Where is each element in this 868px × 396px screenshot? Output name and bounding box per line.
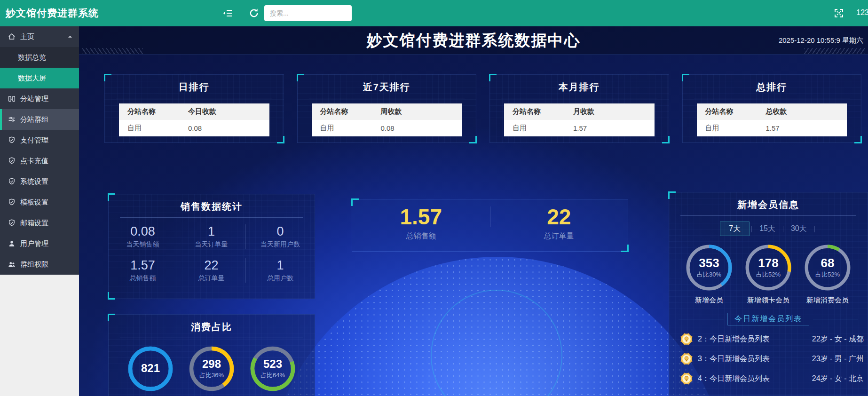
columns-icon	[8, 95, 16, 103]
home-icon	[8, 32, 16, 41]
donut-label: 新增领卡会员	[744, 296, 792, 305]
new-members-list: 2：今日新增会员列表 22岁 - 女 - 成都 3：今日新增会员列表 23岁 -…	[679, 329, 864, 388]
sidebar-item-home[interactable]: 主页	[0, 26, 79, 47]
sidebar-item-data-overview[interactable]: 数据总览	[0, 47, 79, 68]
sidebar: 主页 数据总览 数据大屏 分站管理 分站群组	[0, 26, 79, 396]
stat-cell: 1 当天订单量	[177, 224, 246, 249]
dashboard-header: 妙文馆付费进群系统数据中心 2025-12-20 10:55:9 星期六	[79, 26, 868, 55]
collapse-menu-icon[interactable]	[222, 8, 233, 19]
panel-title: 新增会员信息	[669, 198, 868, 211]
total-sales-label: 总销售额	[352, 231, 490, 241]
medal-icon	[679, 332, 694, 346]
card-title: 日排行	[105, 81, 284, 94]
table-row: 自用 0.08	[119, 120, 269, 136]
dashboard-title: 妙文馆付费进群系统数据中心	[79, 26, 868, 55]
shield-check-icon	[8, 157, 16, 165]
donut-label: 新增会员	[685, 296, 733, 305]
ranking-card-month: 本月排行 分站名称 月收款 自用 1.57	[489, 74, 669, 143]
ranking-cards-row: 日排行 分站名称 今日收款 自用 0.08 近7天排行 分站名称 周收款	[104, 74, 861, 143]
total-sales-value: 1.57	[352, 204, 490, 230]
sidebar-item-mail-settings[interactable]: 邮箱设置	[0, 213, 79, 233]
tab-15days[interactable]: 15天	[754, 222, 781, 236]
stat-cell: 0.08 当天销售额	[109, 224, 177, 249]
users-icon	[8, 260, 16, 269]
sidebar-item-user-manage[interactable]: 用户管理	[0, 233, 79, 254]
user-icon	[8, 239, 16, 248]
period-tabs: 7天 15天 30天	[669, 222, 868, 236]
sidebar-item-substation-manage[interactable]: 分站管理	[0, 88, 79, 109]
stat-cell: 1 总用户数	[246, 258, 315, 283]
panel-title: 销售数据统计	[109, 200, 315, 213]
list-item: 2：今日新增会员列表 22岁 - 女 - 成都	[679, 329, 864, 349]
sales-stats-panel: 销售数据统计 0.08 当天销售额 1 当天订单量 0 当天新用户数 1.57 …	[108, 194, 315, 299]
search-box	[264, 5, 352, 21]
shield-check-icon	[8, 198, 16, 206]
medal-icon	[679, 352, 694, 366]
hatch-decoration	[804, 48, 865, 54]
sliders-icon	[8, 115, 16, 124]
consume-ratio-panel: 消费占比 821 298 占比36%	[108, 314, 315, 396]
sidebar-item-group-permissions[interactable]: 群组权限	[0, 254, 79, 275]
donut-consume-36: 298 占比36%	[188, 345, 235, 392]
sidebar-item-data-screen[interactable]: 数据大屏	[0, 68, 79, 88]
total-orders-value: 22	[490, 204, 628, 230]
stat-cell: 1.57 总销售额	[109, 258, 177, 283]
donut-new-members: 353 占比30%	[685, 244, 733, 292]
donut-label: 新增消费会员	[804, 296, 852, 305]
shield-check-icon	[8, 219, 16, 227]
search-input[interactable]	[264, 5, 352, 21]
table-row: 自用 0.08	[312, 120, 462, 136]
card-title: 近7天排行	[298, 81, 476, 94]
app-title: 妙文馆付费进群系统	[6, 7, 99, 20]
card-title: 总排行	[683, 81, 861, 94]
ranking-table: 分站名称 周收款 自用 0.08	[312, 103, 462, 136]
panel-title: 消费占比	[109, 321, 315, 333]
stat-cell: 22 总订单量	[177, 258, 246, 283]
chevron-up-icon	[67, 33, 73, 40]
new-members-panel: 新增会员信息 7天 15天 30天 353 占比30%	[669, 192, 868, 396]
fullscreen-icon[interactable]	[833, 8, 844, 19]
table-row: 自用 1.57	[697, 120, 847, 136]
totals-box: 1.57 22 总销售额 总订单量	[352, 199, 628, 252]
sidebar-item-substation-group[interactable]: 分站群组	[0, 109, 79, 130]
user-name[interactable]: 123	[856, 8, 868, 17]
table-row: 自用 1.57	[504, 120, 655, 136]
ranking-table: 分站名称 今日收款 自用 0.08	[119, 103, 269, 136]
hatch-decoration	[82, 48, 143, 54]
top-bar: 妙文馆付费进群系统 123	[0, 0, 868, 26]
tab-30days[interactable]: 30天	[785, 222, 813, 236]
shield-check-icon	[8, 177, 16, 186]
ranking-card-7days: 近7天排行 分站名称 周收款 自用 0.08	[297, 74, 477, 143]
donut-consume-64: 523 占比64%	[249, 345, 296, 392]
refresh-icon[interactable]	[248, 8, 260, 19]
sidebar-item-card-recharge[interactable]: 点卡充值	[0, 150, 79, 171]
ranking-card-total: 总排行 分站名称 总收款 自用 1.57	[682, 74, 862, 143]
ranking-card-daily: 日排行 分站名称 今日收款 自用 0.08	[104, 74, 284, 143]
sidebar-item-payment-manage[interactable]: 支付管理	[0, 130, 79, 150]
list-item: 3：今日新增会员列表 23岁 - 男 - 广州	[679, 349, 864, 369]
donut-consume-total: 821	[127, 345, 174, 392]
donut-new-card-members: 178 占比52%	[744, 244, 792, 292]
dashboard-main: 妙文馆付费进群系统数据中心 2025-12-20 10:55:9 星期六 日排行…	[79, 26, 868, 396]
today-new-members-button[interactable]: 今日新增会员列表	[727, 313, 809, 325]
list-item: 4：今日新增会员列表 24岁 - 女 - 北京	[679, 369, 864, 388]
sidebar-item-system-settings[interactable]: 系统设置	[0, 171, 79, 192]
stat-cell: 0 当天新用户数	[246, 224, 315, 249]
total-orders-label: 总订单量	[490, 231, 628, 241]
ranking-table: 分站名称 月收款 自用 1.57	[504, 103, 655, 136]
medal-icon	[679, 372, 694, 386]
donut-new-consume-members: 68 占比52%	[804, 244, 852, 292]
card-title: 本月排行	[490, 81, 669, 94]
ranking-table: 分站名称 总收款 自用 1.57	[697, 103, 847, 136]
tab-7days[interactable]: 7天	[720, 222, 750, 236]
shield-check-icon	[8, 136, 16, 144]
sidebar-item-template-settings[interactable]: 模板设置	[0, 192, 79, 213]
